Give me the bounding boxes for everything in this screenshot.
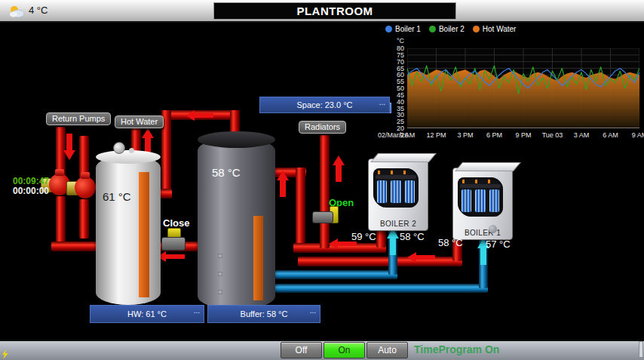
on-button[interactable]: On (324, 342, 365, 358)
chart-y-axis-unit: °C (381, 37, 404, 45)
pipe-red (56, 196, 66, 245)
buffer-tank-top (198, 131, 275, 148)
boiler1-flow-temp: 58 °C (438, 237, 463, 248)
boiler-burner-icon (458, 177, 503, 217)
tank-gauge-icon (113, 142, 125, 154)
hot-water-label[interactable]: Hot Water (115, 115, 164, 128)
flow-arrow-up-icon (277, 171, 289, 198)
secondary-timer: 00:00:00 (13, 186, 49, 196)
legend-item-boiler2: Boiler 2 (429, 25, 465, 33)
buffer-heat-stripe (253, 216, 263, 300)
legend-dot-boiler1-icon (385, 26, 392, 32)
timeprogram-status: TimeProgram On (414, 343, 499, 355)
off-button[interactable]: Off (281, 342, 322, 358)
chart-x-tick: 3 PM (449, 131, 482, 139)
boiler1-status-dot (489, 225, 497, 233)
chart-x-tick: 3 AM (565, 131, 598, 139)
resize-grip[interactable] (639, 341, 643, 358)
bottom-control-bar (0, 340, 644, 360)
boiler1-return-temp: 57 °C (486, 238, 511, 250)
radiators-label[interactable]: Radiators (299, 121, 346, 134)
chart-x-tick: 9 AM (391, 131, 424, 139)
pipe-blue (270, 284, 488, 293)
tank-screw-icon (218, 290, 222, 294)
space-temp-faceplate[interactable]: Space: 23.0 °C ... (259, 97, 390, 113)
hw-tank-temperature: 61 °C (103, 190, 131, 203)
boiler2-return-temp: 58 °C (400, 231, 425, 242)
boiler-1[interactable]: BOILER 1 (452, 168, 513, 240)
pipe-red (79, 199, 89, 238)
buffer-tank[interactable] (198, 137, 275, 309)
hot-water-tank-top (96, 150, 161, 164)
trend-chart[interactable] (407, 48, 639, 128)
close-valve-label: Close (163, 217, 189, 229)
flow-arrow-up-icon (387, 229, 399, 256)
return-pump-2[interactable] (66, 175, 97, 201)
chart-x-tick: 9 AM (623, 131, 644, 139)
page-title: PLANTROOM (213, 2, 456, 20)
legend-item-boiler1: Boiler 1 (385, 25, 421, 33)
hot-water-heat-stripe (139, 172, 149, 297)
legend-dot-boiler2-icon (429, 26, 436, 32)
chart-legend: Boiler 1 Boiler 2 Hot Water (385, 25, 516, 33)
buffer-more-button[interactable]: ... (310, 306, 316, 315)
outside-temperature: 4 °C (29, 5, 48, 16)
close-valve[interactable] (161, 237, 186, 251)
return-pumps-label[interactable]: Return Pumps (46, 112, 111, 125)
chart-x-tick: 6 PM (478, 131, 511, 139)
boiler2-flow-temp: 59 °C (351, 231, 376, 242)
flow-arrow-left-icon (186, 110, 214, 121)
pipe-red (320, 135, 330, 248)
chart-x-tick: 12 PM (420, 131, 453, 139)
hot-water-tank[interactable] (96, 155, 161, 305)
flow-arrow-down-icon (63, 133, 75, 160)
buffer-tank-temperature: 58 °C (212, 166, 241, 179)
weather-icon (8, 5, 25, 18)
tank-screw-icon (218, 254, 222, 258)
chart-x-tick: Tue 03 (536, 131, 569, 139)
chart-x-tick: 9 PM (507, 131, 540, 139)
boiler-burner-icon (373, 168, 419, 208)
tank-fitting-icon (129, 148, 134, 153)
plantroom-screen: 4 °C PLANTROOM Boiler 1 Boiler 2 Hot Wat… (0, 0, 644, 360)
open-valve[interactable] (312, 211, 333, 223)
top-bar: 4 °C PLANTROOM (0, 0, 644, 23)
boiler1-name: BOILER 1 (453, 229, 512, 237)
hw-faceplate[interactable]: HW: 61 °C ... (90, 305, 204, 323)
flow-arrow-left-icon (157, 251, 186, 262)
boiler-2[interactable]: BOILER 2 (368, 158, 428, 231)
flow-arrow-left-icon (407, 252, 436, 263)
pipe-blue (270, 270, 397, 279)
legend-item-hotwater: Hot Water (473, 25, 517, 33)
space-more-button[interactable]: ... (379, 98, 385, 106)
flow-arrow-up-icon (333, 155, 345, 184)
hw-more-button[interactable]: ... (194, 306, 200, 315)
chart-x-tick: 6 AM (594, 131, 627, 139)
pipe-red (296, 168, 305, 252)
boiler2-name: BOILER 2 (369, 220, 428, 228)
pipe-red (298, 257, 462, 266)
legend-dot-hotwater-icon (473, 26, 480, 32)
buffer-faceplate[interactable]: Buffer: 58 °C ... (207, 305, 320, 323)
auto-button[interactable]: Auto (366, 342, 408, 358)
runtime-timer: 00:09:47 (13, 176, 49, 186)
tank-screw-icon (218, 272, 222, 276)
lightning-icon (2, 349, 9, 359)
